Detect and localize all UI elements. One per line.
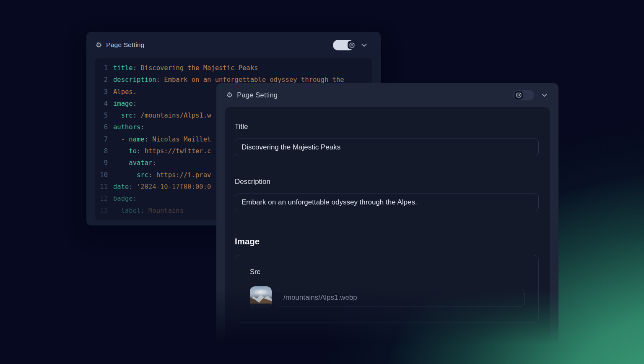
line-number: 8: [95, 145, 108, 157]
code-view-toggle[interactable]: [333, 40, 354, 50]
line-number: 3: [95, 86, 108, 98]
code-view-icon: [348, 41, 356, 49]
code-text: label: Mountains: [113, 205, 184, 217]
panel-header: ⚙ Page Setting: [216, 83, 558, 107]
line-number: 12: [95, 193, 108, 204]
page-setting-panel-form-view: ⚙ Page Setting Title Description Image S: [216, 83, 558, 344]
thumbnail-sky: [251, 289, 271, 294]
code-text: badge:: [113, 193, 137, 204]
code-line: 1title: Discovering the Majestic Peaks: [95, 62, 372, 74]
line-number: 5: [95, 110, 108, 121]
code-text: image:: [113, 98, 137, 110]
title-input[interactable]: [235, 139, 539, 156]
mountain-photo-thumbnail[interactable]: [250, 286, 272, 308]
line-number: 4: [95, 98, 108, 110]
line-number: 1: [95, 62, 108, 74]
line-number: 6: [95, 121, 108, 133]
line-number: 7: [95, 134, 108, 145]
chevron-down-icon[interactable]: [360, 41, 368, 49]
image-src-input[interactable]: [277, 289, 525, 306]
settings-form: Title Description Image Src: [225, 107, 550, 344]
gear-icon: ⚙: [96, 42, 102, 49]
title-field-label: Title: [235, 123, 248, 131]
panel-title: Page Setting: [106, 41, 144, 49]
image-group-card: Src: [235, 255, 539, 323]
code-text: avatar:: [113, 157, 156, 169]
app-background: { "colors": { "background": "#06091f", "…: [0, 0, 644, 364]
code-text: to: https://twitter.c: [113, 145, 211, 157]
src-field-label: Src: [250, 268, 260, 276]
code-view-toggle[interactable]: [513, 90, 534, 100]
line-number: 2: [95, 74, 108, 86]
code-text: src: /mountains/Alps1.w: [113, 110, 211, 121]
code-text: - name: Nicolas Maillet: [113, 134, 211, 145]
panel-header: ⚙ Page Setting: [86, 32, 381, 58]
description-input[interactable]: [235, 194, 539, 211]
line-number: 10: [95, 169, 108, 181]
code-text: Alpes.: [113, 86, 137, 98]
code-view-icon: [514, 91, 523, 100]
panel-title: Page Setting: [237, 91, 278, 99]
thumbnail-lake: [250, 304, 272, 308]
description-field-label: Description: [235, 178, 270, 186]
code-text: title: Discovering the Majestic Peaks: [113, 62, 258, 74]
image-section-heading: Image: [235, 236, 260, 246]
line-number: 9: [95, 157, 108, 169]
code-text: src: https://i.prav: [113, 169, 211, 181]
gear-icon: ⚙: [226, 92, 233, 99]
code-text: date: '2024-10-17T00:00:0: [113, 181, 211, 193]
chevron-down-icon[interactable]: [540, 91, 548, 99]
code-text: authors:: [113, 121, 145, 133]
line-number: 11: [95, 181, 108, 193]
line-number: 13: [95, 205, 108, 217]
